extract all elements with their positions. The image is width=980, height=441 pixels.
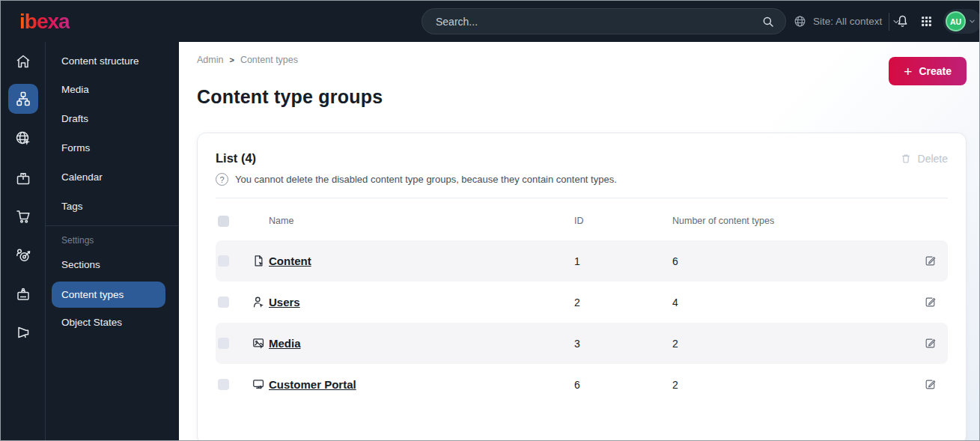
group-link-customer-portal[interactable]: Customer Portal (269, 378, 356, 391)
group-count: 4 (672, 296, 918, 308)
row-checkbox[interactable] (218, 255, 229, 267)
card-bottom-spacer (216, 405, 948, 426)
group-id: 3 (574, 338, 672, 350)
breadcrumb: Admin > Content types (197, 55, 967, 65)
plus-icon: + (904, 64, 912, 79)
users-icon (252, 295, 266, 309)
sidebar-item-calendar[interactable]: Calendar (46, 170, 179, 185)
table-row: Content 1 6 (216, 240, 948, 282)
marketing-megaphone-icon[interactable] (14, 323, 32, 341)
group-id: 1 (574, 255, 672, 267)
topbar-divider (889, 13, 889, 31)
site-context-label: Site: All context (813, 16, 882, 27)
card-divider (216, 198, 948, 198)
table-header: Name ID Number of content types (216, 201, 948, 240)
sidebar-item-object-states[interactable]: Object States (46, 315, 179, 330)
settings-section-header: Settings (46, 234, 179, 247)
content-file-icon (252, 254, 266, 268)
site-context-selector[interactable]: Site: All context (793, 1, 901, 42)
column-header-count: Number of content types (672, 216, 918, 226)
chevron-down-icon (968, 17, 976, 25)
main-content: Admin > Content types + Create Content t… (179, 42, 980, 441)
sidebar-item-sections[interactable]: Sections (46, 258, 179, 273)
ibexa-logo[interactable]: ibexa (19, 1, 70, 42)
avatar: AU (946, 11, 966, 31)
group-count: 6 (672, 255, 918, 267)
row-checkbox[interactable] (218, 338, 229, 349)
group-link-media[interactable]: Media (269, 337, 301, 350)
delete-button-label: Delete (918, 153, 948, 165)
bell-icon (895, 13, 910, 29)
edit-button[interactable] (924, 335, 942, 353)
top-bar: ibexa Site: All context (1, 1, 979, 42)
group-id: 2 (574, 296, 672, 308)
sidebar: Content structure Media Drafts Forms Cal… (1, 42, 179, 441)
sidebar-item-tags[interactable]: Tags (46, 199, 179, 214)
group-count: 2 (672, 338, 918, 350)
help-text: You cannot delete the disabled content t… (235, 174, 617, 185)
breadcrumb-separator: > (229, 55, 234, 64)
site-icon[interactable] (14, 130, 32, 147)
edit-button[interactable] (924, 252, 942, 270)
cart-icon[interactable] (14, 207, 32, 225)
home-icon[interactable] (14, 52, 32, 70)
sidebar-item-media[interactable]: Media (46, 82, 179, 97)
app-grid-icon (920, 15, 933, 28)
sidebar-item-content-structure[interactable]: Content structure (46, 54, 179, 69)
search-input[interactable] (436, 16, 761, 28)
page-title: Content type groups (197, 86, 967, 108)
row-checkbox[interactable] (218, 296, 229, 308)
select-all-checkbox[interactable] (218, 216, 229, 227)
column-header-name: Name (269, 216, 574, 226)
global-search[interactable] (421, 8, 786, 34)
group-link-users[interactable]: Users (269, 296, 300, 308)
sidebar-item-forms[interactable]: Forms (46, 141, 179, 156)
content-tree-icon[interactable] (8, 84, 38, 114)
edit-button[interactable] (924, 376, 942, 394)
user-menu[interactable]: AU (943, 9, 980, 34)
admin-badge-icon[interactable] (14, 285, 32, 303)
question-circle-icon: ? (216, 173, 228, 186)
edit-button[interactable] (924, 294, 942, 311)
list-title: List (4) (216, 151, 948, 165)
globe-icon (793, 14, 807, 28)
product-catalog-icon[interactable] (14, 169, 32, 187)
group-link-content[interactable]: Content (269, 255, 311, 267)
menu-divider (46, 225, 179, 226)
group-id: 6 (574, 379, 672, 391)
sidebar-menu: Content structure Media Drafts Forms Cal… (46, 42, 179, 441)
app-switcher-button[interactable] (920, 1, 933, 42)
create-button-label: Create (919, 65, 952, 77)
breadcrumb-content-types: Content types (240, 55, 298, 65)
column-header-id: ID (574, 216, 672, 226)
trash-icon (900, 153, 912, 165)
breadcrumb-admin[interactable]: Admin (197, 55, 223, 65)
table-row: Customer Portal 6 2 (216, 364, 948, 405)
app-window: ibexa Site: All context (0, 0, 980, 441)
search-icon (761, 15, 775, 28)
group-count: 2 (672, 379, 918, 391)
table-row: Media 3 2 (216, 323, 948, 364)
icon-rail (1, 42, 46, 441)
media-image-icon (252, 336, 266, 350)
notifications-button[interactable] (895, 1, 910, 42)
delete-button[interactable]: Delete (900, 153, 948, 165)
sidebar-item-content-types[interactable]: Content types (52, 282, 165, 308)
sidebar-item-drafts[interactable]: Drafts (46, 112, 179, 127)
personalization-icon[interactable] (14, 246, 32, 264)
content-type-groups-card: List (4) ? You cannot delete the disable… (197, 133, 967, 441)
customer-portal-monitor-icon (252, 377, 266, 392)
create-button[interactable]: + Create (889, 57, 967, 85)
help-row: ? You cannot delete the disabled content… (216, 173, 948, 186)
table-row: Users 2 4 (216, 282, 948, 323)
row-checkbox[interactable] (218, 379, 229, 390)
